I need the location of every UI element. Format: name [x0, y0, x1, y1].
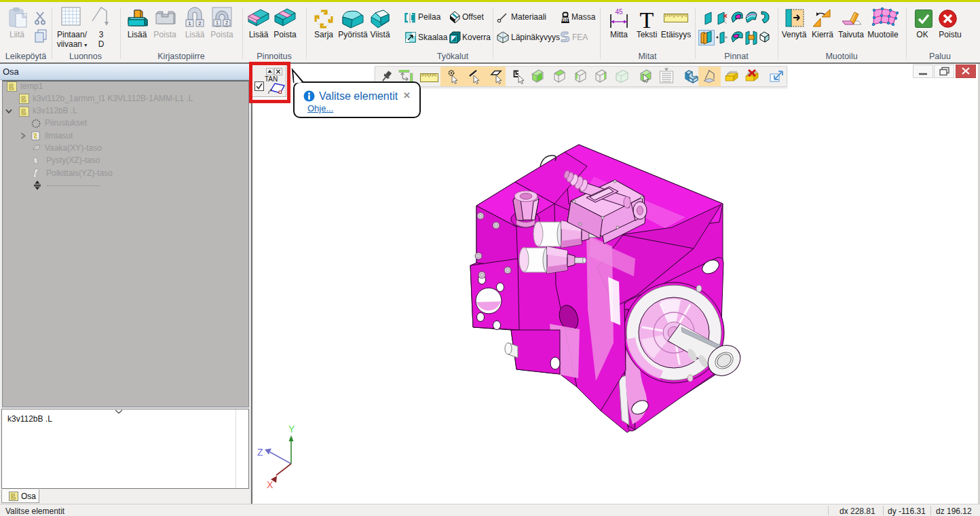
svg-text:1: 1	[188, 20, 191, 26]
svg-text:2: 2	[225, 20, 228, 26]
svg-text:10: 10	[563, 18, 568, 22]
svg-text:X: X	[267, 479, 274, 488]
svg-text:1: 1	[216, 20, 219, 26]
svg-text:Z: Z	[257, 447, 263, 458]
svg-text:2: 2	[198, 20, 202, 26]
svg-text:Y: Y	[288, 424, 295, 435]
svg-text:45: 45	[615, 9, 623, 16]
